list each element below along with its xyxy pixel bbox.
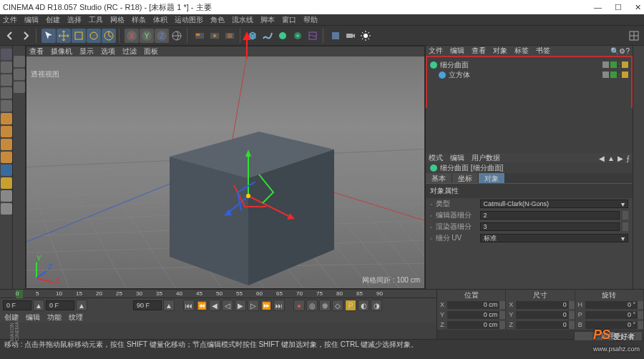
coord-field[interactable]: 0 °	[585, 311, 638, 319]
field-input[interactable]: 3	[480, 222, 620, 231]
coord-field[interactable]: 0 cm	[447, 321, 499, 329]
subdivision-surface-button[interactable]	[275, 29, 290, 43]
coord-field[interactable]: 0	[516, 301, 568, 309]
maximize-button[interactable]: ☐	[615, 3, 622, 12]
spinner-icon[interactable]	[623, 222, 628, 231]
key-scale-button[interactable]: ◇	[332, 300, 343, 311]
spinner-icon[interactable]	[569, 311, 575, 319]
mode-button[interactable]	[1, 100, 12, 112]
viewport-menu-item[interactable]: 摄像机	[51, 46, 72, 56]
field-input[interactable]: Catmull-Clark(N-Gons)▾	[480, 200, 628, 208]
prev-frame-button[interactable]: ◀	[209, 300, 220, 311]
spline-button[interactable]	[260, 29, 275, 43]
palette-icon[interactable]	[14, 69, 25, 80]
viewport[interactable]: 查看摄像机显示选项过滤面板	[26, 46, 425, 289]
visibility-tag-icon[interactable]	[610, 62, 617, 68]
menu-item[interactable]: 体积	[153, 15, 167, 25]
mode-button[interactable]	[1, 177, 12, 189]
coord-field[interactable]: 0 cm	[447, 301, 499, 309]
spin-icon[interactable]: ▲	[163, 300, 175, 311]
mode-button[interactable]	[1, 203, 12, 215]
material-menu-item[interactable]: 功能	[47, 313, 62, 323]
visibility-tag-icon[interactable]	[610, 72, 617, 78]
next-frame-button[interactable]: ▷	[248, 300, 259, 311]
spinner-icon[interactable]	[499, 321, 505, 329]
goto-end-button[interactable]: ⏭	[273, 300, 285, 311]
spinner-icon[interactable]	[638, 321, 643, 329]
object-tree-item[interactable]: 细分曲面:	[430, 60, 628, 70]
viewport-menu-item[interactable]: 面板	[144, 46, 158, 56]
frame-start-field[interactable]: 0 F	[3, 300, 31, 310]
object-tree-item[interactable]: 立方体:	[430, 70, 628, 80]
mode-button[interactable]	[1, 74, 12, 86]
light-button[interactable]	[358, 29, 373, 43]
spinner-icon[interactable]	[638, 311, 643, 319]
om-search-icons[interactable]: 🔍⚙?	[610, 47, 630, 55]
material-menu-item[interactable]: 创建	[4, 313, 19, 323]
render-view-button[interactable]	[192, 29, 207, 43]
field-input[interactable]: 标准▾	[480, 234, 628, 242]
attr-mode-item[interactable]: 模式	[429, 153, 443, 163]
key-rot-button[interactable]: P	[345, 300, 356, 311]
spinner-icon[interactable]	[499, 311, 505, 319]
mode-button[interactable]	[1, 126, 12, 137]
menu-item[interactable]: 文件	[3, 15, 17, 25]
prev-key-button[interactable]: ⏪	[196, 300, 208, 311]
layer-tag-icon[interactable]	[602, 72, 609, 78]
select-tool[interactable]	[42, 29, 56, 43]
coord-field[interactable]: 0 °	[585, 301, 638, 309]
mode-button[interactable]	[1, 87, 12, 99]
viewport-menu-item[interactable]: 查看	[29, 46, 44, 56]
spin-icon[interactable]: ▲	[76, 300, 87, 311]
render-pv-button[interactable]	[208, 29, 222, 43]
palette-icon[interactable]	[14, 56, 25, 67]
y-axis-toggle[interactable]: Y	[140, 29, 154, 43]
move-tool[interactable]	[57, 29, 71, 43]
attr-tab-coord[interactable]: 坐标	[452, 173, 479, 183]
attr-edit-item[interactable]: 编辑	[450, 153, 464, 163]
menu-item[interactable]: 样条	[132, 15, 146, 25]
layout-button[interactable]	[627, 29, 641, 43]
menu-item[interactable]: 窗口	[282, 15, 296, 25]
viewport-menu-item[interactable]: 过滤	[122, 46, 137, 56]
next-key-button[interactable]: ⏩	[260, 300, 272, 311]
minimize-button[interactable]: —	[594, 3, 602, 12]
frame-current-field[interactable]: 0 F	[46, 300, 74, 310]
menu-item[interactable]: 帮助	[303, 15, 318, 25]
goto-start-button[interactable]: ⏮	[183, 300, 195, 311]
coord-system-toggle[interactable]	[170, 29, 184, 43]
coord-field[interactable]: 0	[516, 311, 568, 319]
spinner-icon[interactable]	[623, 211, 628, 220]
menu-item[interactable]: 选择	[67, 15, 82, 25]
mode-button[interactable]	[1, 190, 12, 202]
menu-item[interactable]: 运动图形	[175, 15, 203, 25]
autokey-button[interactable]: ◎	[306, 300, 318, 311]
material-menu-item[interactable]: 纹理	[69, 313, 83, 323]
vis-dots-icon[interactable]: :	[618, 62, 620, 69]
coord-field[interactable]: 0	[516, 321, 568, 329]
rotate-tool[interactable]	[87, 29, 101, 43]
layer-tag-icon[interactable]	[602, 62, 609, 68]
spin-icon[interactable]: ▲	[33, 300, 44, 311]
z-axis-toggle[interactable]: Z	[155, 29, 169, 43]
mode-button[interactable]	[1, 164, 12, 176]
cube-primitive-button[interactable]	[245, 29, 260, 43]
menu-item[interactable]: 角色	[210, 15, 225, 25]
material-menu-item[interactable]: 编辑	[26, 313, 40, 323]
palette-icon[interactable]	[14, 82, 25, 93]
close-button[interactable]: ✕	[635, 3, 641, 12]
mode-button[interactable]	[1, 49, 12, 60]
frame-end-field[interactable]: 90 F	[133, 300, 162, 310]
cube-object[interactable]	[155, 110, 345, 288]
menu-item[interactable]: 工具	[89, 15, 103, 25]
play-back-button[interactable]: ◁	[222, 300, 233, 311]
om-menu-item[interactable]: 编辑	[450, 46, 464, 56]
field-input[interactable]: 2	[480, 211, 620, 220]
object-manager-tree[interactable]: 细分曲面:立方体:	[426, 56, 633, 108]
spinner-icon[interactable]	[638, 301, 643, 309]
material-manager-body[interactable]	[0, 323, 436, 339]
phong-tag-icon[interactable]	[622, 72, 628, 78]
nav-fwd-icon[interactable]: ▲	[608, 154, 615, 162]
coord-field[interactable]: 0 cm	[447, 311, 499, 319]
timeline-ruler[interactable]: 051015202530354045505560657075808590	[0, 290, 436, 298]
